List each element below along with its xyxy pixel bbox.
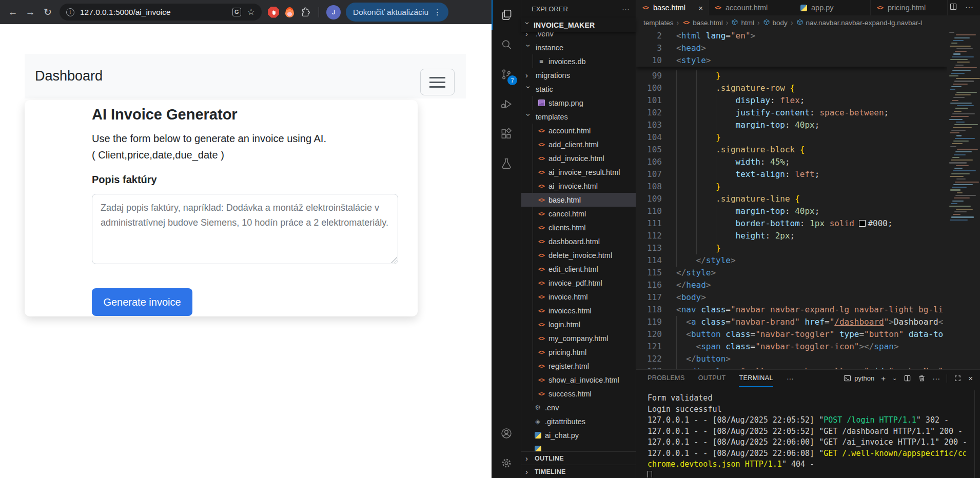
- split-editor-icon[interactable]: [949, 3, 957, 13]
- tree-item-templates[interactable]: ›templates: [521, 110, 636, 124]
- minimap[interactable]: [947, 30, 980, 369]
- panel-tab-problems[interactable]: PROBLEMS: [648, 370, 685, 387]
- code-line[interactable]: 107 text-align: left;: [636, 168, 947, 181]
- tree-item-cancel.html[interactable]: <>cancel.html: [521, 207, 636, 221]
- tree-item-edit_client.html[interactable]: <>edit_client.html: [521, 262, 636, 276]
- account-icon[interactable]: [492, 419, 521, 448]
- search-icon[interactable]: [492, 30, 521, 59]
- navbar-brand-link[interactable]: Dashboard: [35, 54, 103, 98]
- tree-item-invoices.db[interactable]: ≡invoices.db: [521, 54, 636, 68]
- tree-item-partial[interactable]: [521, 442, 636, 451]
- workspace-root-folder[interactable]: › INVOICE_MAKER: [521, 18, 636, 32]
- tree-item-show_ai_invoice.html[interactable]: <>show_ai_invoice.html: [521, 373, 636, 387]
- sidebar-section-timeline[interactable]: ›TIMELINE: [521, 465, 636, 478]
- split-terminal-icon[interactable]: [904, 374, 911, 382]
- site-info-icon[interactable]: i: [66, 8, 74, 16]
- code-line[interactable]: 123 <div class="collapse navbar-collapse…: [636, 365, 947, 369]
- breadcrumb-nav.navbar.navbar-expand-lg.navbar-l[interactable]: nav.navbar.navbar-expand-lg.navbar-l: [796, 19, 922, 27]
- new-terminal-plus-icon[interactable]: +: [881, 374, 886, 383]
- tree-item-invoice.html[interactable]: <>invoice.html: [521, 290, 636, 304]
- tree-item-base.html[interactable]: <>base.html: [521, 193, 636, 207]
- sticky-scroll-lines[interactable]: 2<html lang="en">3<head>10<style>: [636, 30, 947, 67]
- navbar-toggler-button[interactable]: [420, 69, 455, 95]
- terminal-more-actions-icon[interactable]: ···: [932, 374, 940, 383]
- kill-terminal-trash-icon[interactable]: [918, 374, 926, 382]
- code-line[interactable]: 104 }: [636, 131, 947, 144]
- back-icon[interactable]: ←: [4, 7, 22, 18]
- code-line[interactable]: 106 width: 45%;: [636, 156, 947, 168]
- code-line[interactable]: 103 margin-top: 40px;: [636, 119, 947, 131]
- chrome-menu-kebab-icon[interactable]: ⋮: [434, 8, 441, 17]
- tree-item-pricing.html[interactable]: <>pricing.html: [521, 345, 636, 359]
- code-line[interactable]: 109 .signature-line {: [636, 193, 947, 205]
- tree-item-static[interactable]: ›static: [521, 82, 636, 96]
- code-line[interactable]: 105 .signature-block {: [636, 144, 947, 156]
- close-icon[interactable]: ×: [698, 4, 703, 12]
- breadcrumb-html[interactable]: html: [731, 19, 754, 27]
- terminal-scrollbar[interactable]: [974, 390, 975, 478]
- code-line[interactable]: 108 }: [636, 181, 947, 193]
- code-line[interactable]: 111 border-bottom: 1px solid #000;: [636, 217, 947, 230]
- settings-gear-icon[interactable]: [492, 448, 521, 478]
- code-line[interactable]: 100 .signature-row {: [636, 82, 947, 94]
- forward-icon[interactable]: →: [22, 7, 39, 18]
- breadcrumb-body[interactable]: body: [763, 19, 788, 27]
- close-panel-icon[interactable]: ×: [968, 374, 973, 383]
- panel-more-tabs-icon[interactable]: ···: [787, 374, 794, 383]
- chrome-update-button[interactable]: Dokončiť aktualizáciu ⋮: [346, 3, 448, 22]
- tab-account.html[interactable]: <>account.html: [709, 0, 794, 15]
- run-debug-icon[interactable]: [492, 89, 521, 119]
- testing-flask-icon[interactable]: [492, 149, 521, 178]
- tree-item-login.html[interactable]: <>login.html: [521, 317, 636, 331]
- code-line[interactable]: 117<body>: [636, 291, 947, 304]
- tree-item-.env[interactable]: ⚙.env: [521, 401, 636, 414]
- code-line[interactable]: 114 </style>: [636, 254, 947, 267]
- extensions-puzzle-icon[interactable]: [300, 7, 311, 18]
- color-swatch[interactable]: [859, 220, 866, 227]
- explorer-actions-icon[interactable]: ···: [622, 5, 630, 13]
- code-line[interactable]: 118<nav class="navbar navbar-expand-lg n…: [636, 304, 947, 316]
- panel-tab-terminal[interactable]: TERMINAL: [739, 370, 773, 387]
- translate-icon[interactable]: G: [232, 8, 241, 16]
- tree-item-.gitattributes[interactable]: ◈.gitattributes: [521, 414, 636, 428]
- tab-base.html[interactable]: <>base.html×: [636, 0, 709, 15]
- tree-item-add_client.html[interactable]: <>add_client.html: [521, 137, 636, 151]
- editor-more-actions-icon[interactable]: ···: [965, 3, 973, 12]
- tree-item-register.html[interactable]: <>register.html: [521, 359, 636, 373]
- address-bar[interactable]: i 127.0.0.1:5000/ai_invoice G ☆: [60, 4, 262, 21]
- reload-icon[interactable]: ↻: [39, 6, 56, 18]
- tree-item-invoices.html[interactable]: <>invoices.html: [521, 304, 636, 317]
- tree-item-ai_invoice_result.html[interactable]: <>ai_invoice_result.html: [521, 165, 636, 179]
- code-line[interactable]: 10<style>: [636, 54, 947, 67]
- tree-item-add_invoice.html[interactable]: <>add_invoice.html: [521, 151, 636, 165]
- code-line[interactable]: 2<html lang="en">: [636, 30, 947, 42]
- tree-item-migrations[interactable]: ›migrations: [521, 68, 636, 82]
- code-editor[interactable]: 2<html lang="en">3<head>10<style> 99 }10…: [636, 30, 947, 369]
- tree-item-my_company.html[interactable]: <>my_company.html: [521, 331, 636, 345]
- tree-item-clients.html[interactable]: <>clients.html: [521, 221, 636, 234]
- flame-extension-icon[interactable]: [285, 7, 294, 17]
- breadcrumb-base.html[interactable]: <>base.html: [682, 18, 723, 27]
- panel-tab-output[interactable]: OUTPUT: [698, 370, 726, 387]
- maximize-panel-icon[interactable]: [954, 374, 962, 382]
- code-line[interactable]: 3<head>: [636, 42, 947, 54]
- code-line[interactable]: 122 </button>: [636, 353, 947, 365]
- generate-invoice-button[interactable]: Generate invoice: [92, 288, 192, 316]
- code-line[interactable]: 112 height: 2px;: [636, 230, 947, 242]
- terminal-shell-selector[interactable]: python: [844, 374, 874, 382]
- code-line[interactable]: 121 <span class="navbar-toggler-icon"></…: [636, 341, 947, 353]
- tree-item-instance[interactable]: ›instance: [521, 41, 636, 54]
- code-line[interactable]: 110 margin-top: 40px;: [636, 205, 947, 217]
- code-line[interactable]: 102 justify-content: space-between;: [636, 107, 947, 119]
- code-line[interactable]: 116</head>: [636, 279, 947, 291]
- tree-item-invoice_pdf.html[interactable]: <>invoice_pdf.html: [521, 276, 636, 290]
- breadcrumb-templates[interactable]: templates: [643, 19, 674, 27]
- tab-pricing.html[interactable]: <>pricing.html: [871, 0, 948, 15]
- launch-profile-chevron-icon[interactable]: ⌄: [892, 375, 897, 382]
- sidebar-section-outline[interactable]: ›OUTLINE: [521, 451, 636, 465]
- code-line[interactable]: 120 <button class="navbar-toggler" type=…: [636, 328, 947, 341]
- invoice-description-textarea[interactable]: [92, 194, 398, 264]
- tab-app.py[interactable]: app.py: [794, 0, 871, 15]
- extensions-icon[interactable]: [492, 119, 521, 149]
- url-text[interactable]: 127.0.0.1:5000/ai_invoice: [80, 8, 232, 17]
